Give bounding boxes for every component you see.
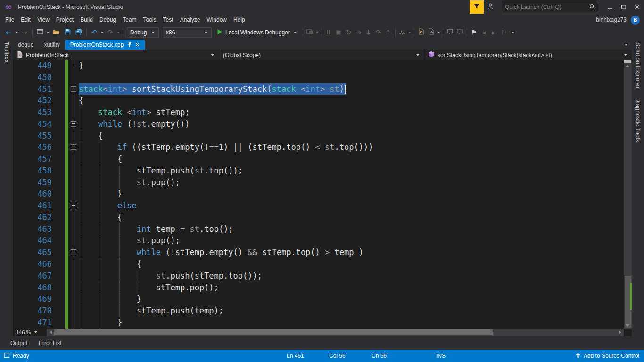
zoom-control[interactable]: 146 % [13, 329, 47, 336]
comment-lines-button[interactable] [445, 27, 455, 38]
minimize-button[interactable] [603, 0, 617, 14]
tab-xutility[interactable]: xutility [39, 40, 65, 50]
horizontal-scroll-thumb[interactable] [54, 329, 493, 335]
code-text[interactable]: { [79, 258, 141, 270]
chevron-down-icon[interactable] [437, 32, 440, 33]
menu-item-edit[interactable]: Edit [17, 15, 34, 25]
chevron-down-icon[interactable] [408, 32, 411, 33]
line-number[interactable]: 462 [13, 212, 52, 223]
scroll-up-icon[interactable] [626, 65, 629, 67]
code-text[interactable]: { [79, 212, 122, 223]
uncomment-lines-button[interactable] [455, 27, 465, 38]
code-line[interactable]: 463 int temp = st.top(); [13, 223, 624, 235]
line-number[interactable]: 452 [13, 95, 52, 107]
tab-list-chevron[interactable] [625, 44, 627, 46]
code-line[interactable]: 455 { [13, 130, 624, 142]
panel-tab-error-list[interactable]: Error List [35, 337, 66, 349]
line-number[interactable]: 466 [13, 258, 52, 270]
line-number[interactable]: 453 [13, 107, 52, 118]
toggle-bookmark-button[interactable]: ⚑ [469, 27, 479, 38]
toolbar-overflow-button[interactable] [512, 32, 514, 33]
code-text[interactable]: } [79, 60, 83, 72]
code-text[interactable]: st.push(stTemp.top()); [79, 270, 262, 282]
member-dropdown[interactable]: sortStackUsingTemporaryStack(stack<int> … [424, 50, 632, 60]
line-number[interactable]: 455 [13, 130, 52, 142]
menu-item-help[interactable]: Help [230, 15, 248, 25]
restart-button[interactable]: ↻ [344, 27, 354, 38]
new-item-chevron-icon[interactable] [47, 32, 50, 33]
code-line[interactable]: 470 stTemp.push(temp); [13, 305, 624, 317]
code-text[interactable]: stTemp.push(temp); [79, 305, 223, 317]
code-text[interactable]: while (!stTemp.empty() && stTemp.top() >… [79, 247, 363, 258]
code-line[interactable]: 464 st.pop(); [13, 235, 624, 247]
code-line[interactable]: 469 } [13, 293, 624, 305]
fold-collapse-button[interactable] [71, 203, 76, 208]
scope-dropdown[interactable]: (Global Scope) [219, 50, 424, 60]
code-line[interactable]: 461 else [13, 200, 624, 212]
menu-item-debug[interactable]: Debug [96, 15, 119, 25]
step-over-button[interactable]: ↷ [373, 27, 383, 38]
attach-to-process-button[interactable] [305, 27, 315, 38]
code-line[interactable]: 471 } [13, 317, 624, 329]
line-number[interactable]: 468 [13, 282, 52, 294]
code-line[interactable]: 452{ [13, 95, 624, 107]
code-text[interactable]: { [79, 130, 103, 142]
line-number[interactable]: 465 [13, 247, 52, 258]
code-text[interactable]: { [79, 95, 83, 107]
line-number[interactable]: 457 [13, 153, 52, 165]
find-in-files-button[interactable] [416, 27, 426, 38]
code-text[interactable]: { [79, 153, 122, 165]
next-bookmark-button[interactable]: ▸ [489, 27, 499, 38]
maximize-button[interactable] [617, 0, 630, 14]
code-text[interactable]: stTemp.push(st.top()); [79, 165, 243, 177]
navigate-to-button[interactable] [426, 27, 436, 38]
code-text[interactable]: st.pop(); [79, 177, 180, 189]
code-text[interactable]: stack<int> sortStackUsingTemporaryStack(… [79, 83, 346, 95]
start-debugging-button[interactable]: Local Windows Debugger [214, 27, 301, 38]
menu-item-project[interactable]: Project [53, 15, 77, 25]
scroll-right-button[interactable] [616, 329, 624, 336]
code-line[interactable]: 468 stTemp.pop(); [13, 282, 624, 294]
stop-button[interactable] [334, 27, 344, 38]
nav-forward-button[interactable]: → [19, 27, 30, 38]
avatar[interactable]: B [631, 16, 640, 25]
feedback-button[interactable] [484, 0, 497, 14]
code-text[interactable]: if ((stTemp.empty()==1) || (stTemp.top()… [79, 141, 373, 153]
close-button[interactable] [630, 0, 644, 14]
step-out-button[interactable]: ↑ [383, 27, 393, 38]
pause-button[interactable] [324, 27, 334, 38]
side-tab-diagnostic-tools[interactable]: Diagnostic Tools [635, 98, 641, 142]
code-text[interactable]: stack <int> stTemp; [79, 107, 190, 118]
tab-deque[interactable]: deque [13, 40, 39, 50]
fold-collapse-button[interactable] [71, 144, 76, 150]
redo-chevron-icon[interactable] [117, 32, 120, 33]
line-number[interactable]: 458 [13, 165, 52, 177]
nav-back-button[interactable]: ← [3, 27, 14, 38]
code-text[interactable]: st.pop(); [79, 235, 180, 247]
code-line[interactable]: 449} [13, 60, 624, 72]
horizontal-scrollbar[interactable] [54, 329, 616, 336]
code-editor[interactable]: 449}450451stack<int> sortStackUsingTempo… [13, 60, 632, 329]
menu-item-tools[interactable]: Tools [140, 15, 160, 25]
editor-split-handle[interactable] [624, 60, 631, 63]
line-number[interactable]: 459 [13, 177, 52, 189]
save-button[interactable] [62, 27, 73, 38]
fold-collapse-button[interactable] [71, 86, 76, 92]
menu-item-window[interactable]: Window [203, 15, 230, 25]
line-number[interactable]: 471 [13, 317, 52, 329]
line-number[interactable]: 463 [13, 223, 52, 235]
project-dropdown[interactable]: ++ ProblemOnStack [13, 50, 219, 60]
code-line[interactable]: 467 st.push(stTemp.top()); [13, 270, 624, 282]
quick-launch-input[interactable]: Quick Launch (Ctrl+Q) [502, 2, 598, 12]
code-line[interactable]: 454 while (!st.empty()) [13, 118, 624, 130]
code-line[interactable]: 462 { [13, 212, 624, 223]
line-number[interactable]: 464 [13, 235, 52, 247]
code-line[interactable]: 460 } [13, 188, 624, 200]
menu-item-test[interactable]: Test [160, 15, 177, 25]
line-number[interactable]: 454 [13, 118, 52, 130]
line-number[interactable]: 450 [13, 72, 52, 83]
code-line[interactable]: 465 while (!stTemp.empty() && stTemp.top… [13, 247, 624, 258]
panel-tab-output[interactable]: Output [7, 337, 31, 349]
solution-platforms-dropdown[interactable]: x86 [163, 27, 212, 38]
undo-chevron-icon[interactable] [101, 32, 104, 33]
